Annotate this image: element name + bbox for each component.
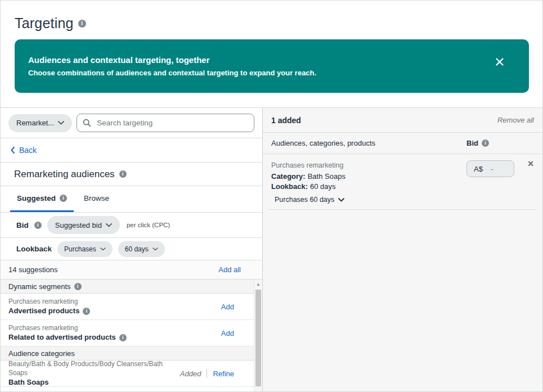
list-item-actions: Added Refine	[180, 369, 234, 378]
lookback-label: Lookback:	[271, 182, 308, 191]
add-all-link[interactable]: Add all	[218, 265, 241, 274]
tab-browse-label: Browse	[84, 194, 109, 202]
info-icon[interactable]: i	[78, 20, 86, 28]
list-item-text: Purchases remarketing Advertised product…	[8, 297, 90, 316]
lookback-window-dropdown-label: 60 days	[125, 245, 149, 253]
added-header-row: 1 added Remove all	[263, 108, 542, 133]
bid-input[interactable]: A$ -	[466, 160, 514, 177]
list-item: Beauty/Bath & Body Products/Body Cleanse…	[1, 361, 254, 387]
added-count: 1 added	[271, 116, 301, 125]
tab-suggested-label: Suggested	[17, 194, 56, 202]
search-input[interactable]	[96, 118, 248, 128]
list-item: Purchases remarketing Advertised product…	[1, 294, 254, 320]
info-icon[interactable]: i	[74, 283, 82, 290]
tab-suggested[interactable]: Suggested i	[10, 186, 74, 212]
suggestions-list: Dynamic segments i Purchases remarketing…	[1, 280, 262, 391]
list-item-title-text: Advertised products	[8, 306, 79, 316]
info-icon[interactable]: i	[119, 334, 127, 341]
target-type-dropdown-label: Remarket...	[16, 119, 54, 127]
lookback-event-dropdown[interactable]: Purchases	[57, 241, 113, 257]
info-icon[interactable]: i	[119, 170, 127, 178]
refine-link[interactable]: Refine	[213, 370, 234, 378]
targeting-page: Targeting i Audiences and contextual tar…	[0, 0, 543, 392]
chevron-down-icon	[100, 247, 106, 251]
scrollbar-thumb[interactable]	[255, 290, 261, 386]
remove-all-link[interactable]: Remove all	[497, 116, 534, 124]
list-item-title: Bath Soaps	[8, 377, 180, 388]
lookback-row: Lookback Purchases 60 days	[1, 238, 262, 260]
divider	[268, 209, 537, 210]
chevron-down-icon	[106, 223, 112, 227]
lookback-expander-label: Purchases 60 days	[275, 196, 334, 204]
chevron-down-icon	[338, 198, 344, 202]
promo-banner-text: Audiences and contextual targeting, toge…	[28, 55, 316, 77]
lookback-expander[interactable]: Purchases 60 days	[275, 196, 344, 204]
promo-banner-subtitle: Choose combinations of audiences and con…	[28, 69, 316, 77]
lookback-event-dropdown-label: Purchases	[64, 245, 96, 253]
added-target-row: Purchases remarketing Category:Bath Soap…	[263, 154, 542, 209]
bid-currency-prefix: A$	[474, 165, 483, 173]
info-icon[interactable]: i	[34, 222, 42, 229]
tab-browse[interactable]: Browse	[77, 186, 116, 212]
added-target-lookback: Lookback:60 days	[271, 182, 534, 192]
search-icon	[83, 119, 91, 127]
promo-banner: Audiences and contextual targeting, toge…	[15, 39, 529, 93]
remove-icon[interactable]: ✕	[526, 159, 535, 169]
scroll-up-icon[interactable]: ▲	[254, 280, 262, 289]
section-header-label: Dynamic segments	[8, 282, 71, 291]
suggested-bid-dropdown[interactable]: Suggested bid	[47, 216, 120, 234]
info-icon[interactable]: i	[60, 195, 67, 202]
page-title-text: Targeting	[15, 15, 74, 31]
bid-label: Bid	[16, 221, 29, 229]
suggested-bid-dropdown-label: Suggested bid	[55, 221, 102, 229]
list-item-subtitle: Purchases remarketing	[8, 323, 127, 332]
page-title: Targeting i	[15, 15, 529, 31]
divider	[207, 369, 207, 378]
target-type-dropdown[interactable]: Remarket...	[8, 114, 72, 132]
close-icon[interactable]	[495, 57, 504, 66]
add-link[interactable]: Add	[221, 303, 234, 311]
column-bid-label: Bid	[466, 139, 478, 147]
list-item-title-text: Related to advertised products	[8, 332, 116, 343]
search-row: Remarket...	[1, 108, 262, 138]
targeting-main: Remarket... Back Remarketing audiences i	[1, 107, 542, 391]
back-row: Back	[1, 138, 262, 163]
list-item-title-text: Bath Soaps	[8, 377, 49, 388]
list-item-actions: Add	[221, 329, 234, 337]
add-link[interactable]: Add	[221, 329, 234, 337]
list-item-subtitle: Beauty/Bath & Body Products/Body Cleanse…	[8, 359, 180, 377]
chevron-left-icon	[11, 147, 15, 154]
info-icon[interactable]: i	[482, 139, 489, 147]
added-status: Added	[180, 370, 201, 378]
suggestions-count: 14 suggestions	[8, 265, 57, 274]
bid-row: Bid i Suggested bid per click (CPC)	[1, 213, 262, 238]
lookback-value: 60 days	[310, 182, 336, 191]
bid-cpc-note: per click (CPC)	[127, 222, 170, 228]
targeting-left-panel: Remarket... Back Remarketing audiences i	[1, 108, 263, 391]
panel-heading-row: Remarketing audiences i	[1, 163, 262, 186]
list-item-actions: Add	[221, 303, 234, 311]
list-item-text: Beauty/Bath & Body Products/Body Cleanse…	[8, 359, 180, 388]
scrollbar[interactable]: ▲	[254, 280, 262, 391]
back-link-label: Back	[19, 146, 37, 155]
added-columns-row: Audiences, categories, products Bid i	[263, 133, 542, 154]
chevron-down-icon	[152, 247, 158, 251]
promo-banner-title: Audiences and contextual targeting, toge…	[28, 55, 316, 65]
list-item-text: Purchases remarketing Related to adverti…	[8, 323, 127, 343]
section-header-dynamic-segments: Dynamic segments i	[1, 280, 254, 294]
column-bid: Bid i	[466, 139, 489, 147]
lookback-window-dropdown[interactable]: 60 days	[118, 241, 165, 257]
bid-placeholder: -	[491, 165, 493, 173]
search-box[interactable]	[77, 114, 254, 132]
tabs-row: Suggested i Browse	[1, 186, 262, 213]
section-header-audience-categories: Audience categories	[1, 346, 254, 361]
list-item-title: Related to advertised products i	[8, 332, 127, 343]
info-icon[interactable]: i	[83, 308, 90, 315]
list-item-title: Advertised products i	[8, 306, 90, 316]
list-item: Purchases remarketing Related to adverti…	[1, 320, 254, 346]
added-targets-panel: 1 added Remove all Audiences, categories…	[263, 108, 542, 391]
suggestions-list-inner: Dynamic segments i Purchases remarketing…	[1, 280, 254, 391]
page-header: Targeting i	[1, 1, 542, 31]
lookback-label: Lookback	[16, 245, 52, 253]
back-link[interactable]: Back	[11, 146, 37, 155]
